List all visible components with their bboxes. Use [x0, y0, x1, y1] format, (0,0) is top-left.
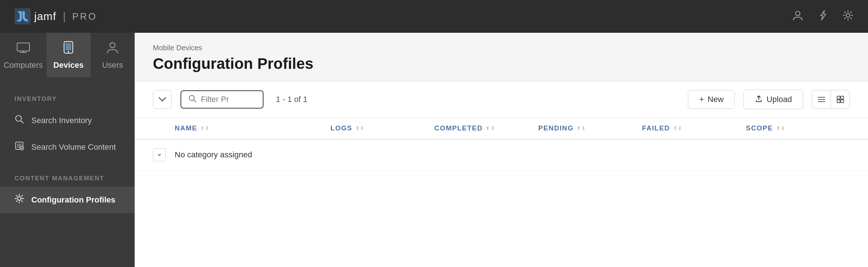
- new-button[interactable]: + New: [688, 90, 735, 109]
- failed-sort-icon: ⬆⬇: [673, 125, 683, 131]
- table-header: NAME ⬆⬇ LOGS ⬆⬇ COMPLETED ⬆⬇ PENDING ⬆⬇ …: [135, 118, 868, 140]
- row-expand-cell: [153, 148, 175, 161]
- top-nav: jamf | PRO: [0, 0, 868, 33]
- svg-rect-19: [837, 100, 840, 103]
- svg-rect-17: [837, 96, 840, 99]
- bolt-icon[interactable]: [818, 10, 828, 23]
- name-sort-icon: ⬆⬇: [200, 125, 210, 131]
- record-count: 1 - 1 of 1: [276, 95, 308, 104]
- sidebar: Computers Devices: [0, 33, 135, 267]
- completed-sort-icon: ⬆⬇: [485, 125, 495, 131]
- col-failed[interactable]: FAILED ⬆⬇: [642, 124, 746, 132]
- logo-area: jamf | PRO: [15, 8, 97, 24]
- sidebar-item-configuration-profiles[interactable]: Configuration Profiles: [0, 186, 135, 213]
- pending-sort-icon: ⬆⬇: [576, 125, 586, 131]
- content-management-header: CONTENT MANAGEMENT: [0, 168, 135, 186]
- nav-tab-computers[interactable]: Computers: [0, 34, 47, 77]
- sidebar-item-search-volume-content[interactable]: Search Volume Content: [0, 134, 135, 160]
- page-title: Configuration Profiles: [153, 55, 850, 72]
- upload-button[interactable]: Upload: [744, 90, 803, 109]
- logo-divider: |: [63, 10, 66, 23]
- view-toggle: [812, 90, 850, 109]
- filter-input-container[interactable]: [181, 90, 263, 109]
- svg-rect-20: [841, 100, 844, 103]
- col-logs[interactable]: LOGS ⬆⬇: [330, 124, 434, 132]
- breadcrumb: Mobile Devices: [153, 44, 850, 52]
- scope-sort-icon: ⬆⬇: [776, 125, 786, 131]
- col-completed[interactable]: COMPLETED ⬆⬇: [434, 124, 538, 132]
- svg-rect-5: [66, 43, 71, 50]
- col-scope[interactable]: SCOPE ⬆⬇: [746, 124, 850, 132]
- svg-rect-18: [841, 96, 844, 99]
- upload-icon: [755, 94, 763, 105]
- jamf-logo-icon: [15, 8, 31, 24]
- main-content: Mobile Devices Configuration Profiles: [135, 33, 868, 267]
- svg-point-6: [68, 51, 69, 52]
- grid-view-button[interactable]: [831, 90, 850, 109]
- row-expand-button[interactable]: [153, 148, 166, 161]
- gear-icon[interactable]: [843, 10, 853, 23]
- user-icon[interactable]: [792, 10, 803, 23]
- logo-text: jamf: [34, 10, 56, 23]
- sidebar-content: INVENTORY Search Inventory: [0, 77, 135, 267]
- col-pending[interactable]: PENDING ⬆⬇: [538, 124, 642, 132]
- table-container: NAME ⬆⬇ LOGS ⬆⬇ COMPLETED ⬆⬇ PENDING ⬆⬇ …: [135, 118, 868, 267]
- search-volume-icon: [15, 141, 24, 153]
- filter-input[interactable]: [201, 95, 255, 104]
- logo-pro: PRO: [72, 11, 97, 22]
- logs-sort-icon: ⬆⬇: [355, 125, 365, 131]
- toolbar: 1 - 1 of 1 + New Upload: [135, 82, 868, 118]
- col-name[interactable]: NAME ⬆⬇: [175, 124, 330, 132]
- collapse-button[interactable]: [153, 90, 172, 109]
- search-inventory-label: Search Inventory: [31, 116, 92, 125]
- list-view-button[interactable]: [812, 90, 831, 109]
- computers-label: Computers: [4, 60, 43, 70]
- row-name-cell: No category assigned: [175, 150, 330, 160]
- svg-point-12: [17, 197, 21, 200]
- nav-tabs: Computers Devices: [0, 33, 135, 77]
- config-profiles-icon: [15, 194, 24, 206]
- page-header: Mobile Devices Configuration Profiles: [135, 33, 868, 82]
- sidebar-item-search-inventory[interactable]: Search Inventory: [0, 107, 135, 134]
- filter-search-icon: [189, 95, 197, 104]
- main-layout: Computers Devices: [0, 33, 868, 267]
- nav-tab-devices[interactable]: Devices: [47, 33, 91, 77]
- upload-label: Upload: [766, 95, 792, 104]
- new-label: New: [708, 95, 724, 104]
- nav-icons: [792, 10, 853, 23]
- devices-label: Devices: [53, 60, 84, 70]
- svg-point-7: [110, 43, 115, 48]
- table-row: No category assigned: [135, 140, 868, 170]
- svg-point-2: [846, 13, 850, 17]
- computers-icon: [16, 42, 30, 57]
- col-expand: [153, 124, 175, 132]
- nav-tab-users[interactable]: Users: [91, 34, 135, 77]
- configuration-profiles-label: Configuration Profiles: [31, 195, 115, 205]
- inventory-section-header: INVENTORY: [0, 88, 135, 107]
- users-label: Users: [102, 60, 123, 70]
- users-icon: [106, 42, 119, 57]
- search-volume-content-label: Search Volume Content: [31, 142, 116, 152]
- search-inventory-icon: [15, 114, 24, 126]
- devices-icon: [63, 41, 74, 57]
- svg-rect-3: [17, 43, 29, 51]
- new-plus-icon: +: [699, 95, 704, 104]
- svg-point-1: [796, 11, 800, 16]
